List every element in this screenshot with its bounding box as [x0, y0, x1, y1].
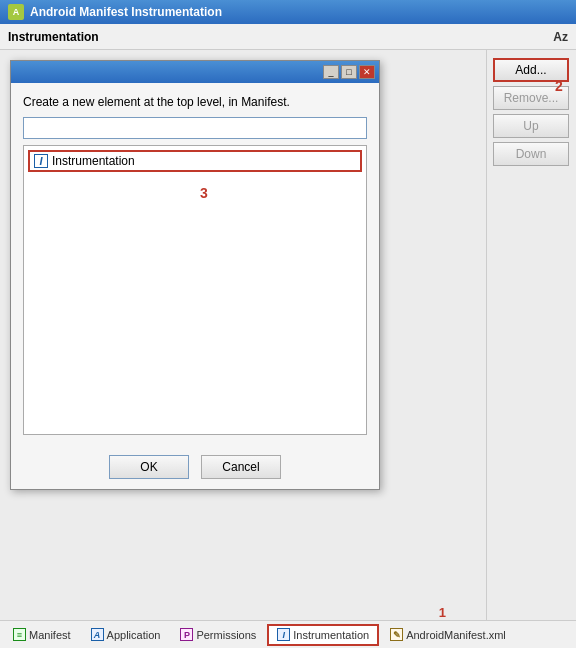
annotation-2: 2 — [555, 78, 576, 94]
app-icon: A — [8, 4, 24, 20]
main-area: _ □ ✕ Create a new element at the top le… — [0, 50, 576, 620]
annotation-3: 3 — [200, 185, 208, 201]
dialog-footer: OK Cancel — [11, 445, 379, 489]
tab-manifest-label: Manifest — [29, 629, 71, 641]
search-input[interactable] — [23, 117, 367, 139]
tab-instrumentation[interactable]: I Instrumentation — [267, 624, 379, 646]
tab-androidmanifest[interactable]: ✎ AndroidManifest.xml — [381, 624, 515, 646]
title-bar: A Android Manifest Instrumentation — [0, 0, 576, 24]
instrumentation-tab-icon: I — [277, 628, 290, 641]
application-tab-icon: A — [91, 628, 104, 641]
annotation-1: 1 — [439, 605, 446, 620]
status-bar: ≡ Manifest A Application P Permissions I… — [0, 620, 576, 648]
minimize-button[interactable]: _ — [323, 65, 339, 79]
tab-androidmanifest-label: AndroidManifest.xml — [406, 629, 506, 641]
toolbar-label: Instrumentation — [8, 30, 99, 44]
list-item[interactable]: I Instrumentation — [28, 150, 362, 172]
az-label: Az — [553, 30, 568, 44]
androidmanifest-tab-icon: ✎ — [390, 628, 403, 641]
dialog-body: Create a new element at the top level, i… — [11, 83, 379, 445]
maximize-button[interactable]: □ — [341, 65, 357, 79]
manifest-tab-icon: ≡ — [13, 628, 26, 641]
left-panel: _ □ ✕ Create a new element at the top le… — [0, 50, 486, 620]
ok-button[interactable]: OK — [109, 455, 189, 479]
tab-application-label: Application — [107, 629, 161, 641]
permissions-tab-icon: P — [180, 628, 193, 641]
tab-instrumentation-label: Instrumentation — [293, 629, 369, 641]
tab-manifest[interactable]: ≡ Manifest — [4, 624, 80, 646]
tab-permissions[interactable]: P Permissions — [171, 624, 265, 646]
cancel-button[interactable]: Cancel — [201, 455, 281, 479]
tab-application[interactable]: A Application — [82, 624, 170, 646]
element-list[interactable]: I Instrumentation — [23, 145, 367, 435]
toolbar: Instrumentation Az — [0, 24, 576, 50]
window-title: Android Manifest Instrumentation — [30, 5, 222, 19]
close-button[interactable]: ✕ — [359, 65, 375, 79]
right-panel: Add... Remove... Up Down 2 — [486, 50, 576, 620]
dialog-instruction: Create a new element at the top level, i… — [23, 95, 367, 109]
dialog-window: _ □ ✕ Create a new element at the top le… — [10, 60, 380, 490]
tab-permissions-label: Permissions — [196, 629, 256, 641]
instrumentation-icon: I — [34, 154, 48, 168]
up-button[interactable]: Up — [493, 114, 569, 138]
list-item-label: Instrumentation — [52, 154, 135, 168]
dialog-titlebar: _ □ ✕ — [11, 61, 379, 83]
down-button[interactable]: Down — [493, 142, 569, 166]
